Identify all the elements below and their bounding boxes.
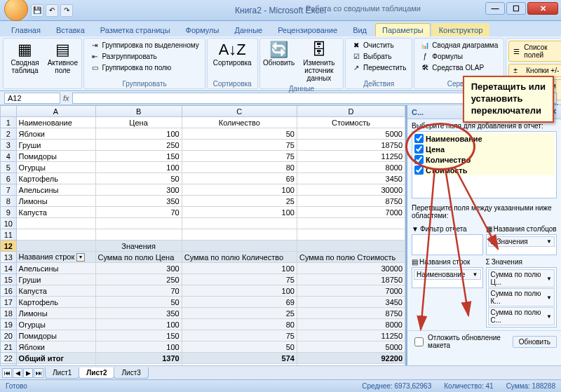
row-header[interactable]: 19 <box>1 319 17 330</box>
name-box[interactable]: A12 <box>4 93 60 104</box>
sheet-tab-1[interactable]: Лист1 <box>45 367 79 379</box>
fx-icon[interactable]: fx <box>63 94 69 102</box>
tab-design[interactable]: Конструктор <box>432 23 490 36</box>
pivot-field-item[interactable]: Наименование <box>414 133 555 144</box>
zone-columns-item[interactable]: Σ Значения▼ <box>488 236 555 247</box>
pivot-field-list[interactable]: НаименованиеЦенаКоличествоСтоимость <box>412 131 557 198</box>
field-checkbox[interactable] <box>414 144 424 154</box>
tab-home[interactable]: Главная <box>4 23 48 36</box>
row-header[interactable]: 9 <box>1 207 17 218</box>
active-field-button[interactable]: ▤Активное поле <box>46 40 79 76</box>
zone-values-item[interactable]: Сумма по полю С...▼ <box>488 307 555 325</box>
row-header[interactable]: 18 <box>1 308 17 319</box>
row-header[interactable]: 11 <box>1 229 17 241</box>
qat-save-icon[interactable]: 💾 <box>31 4 43 17</box>
window-close-button[interactable]: ✕ <box>527 2 558 15</box>
pivot-table-button[interactable]: ▦Сводная таблица <box>6 40 44 76</box>
col-header[interactable]: C <box>182 106 297 117</box>
olap-button[interactable]: 🛠Средства OLAP <box>417 62 501 73</box>
col-header[interactable]: A <box>16 106 95 117</box>
sheet-tab-2[interactable]: Лист2 <box>79 367 114 379</box>
defer-update-checkbox[interactable]: Отложить обновление макета <box>412 334 508 349</box>
row-header[interactable]: 16 <box>1 285 17 297</box>
move-icon: ↗ <box>351 64 361 72</box>
zone-rows[interactable]: Наименование▼ <box>412 267 483 288</box>
formulas-button[interactable]: ƒФормулы <box>417 51 501 62</box>
select-button[interactable]: ☑Выбрать <box>348 51 410 62</box>
tab-options[interactable]: Параметры <box>375 23 431 36</box>
group-field-button[interactable]: ▭Группировка по полю <box>86 62 202 73</box>
office-button[interactable] <box>4 0 28 21</box>
sheet-nav-prev-icon[interactable]: ◀ <box>13 368 22 378</box>
refresh-button[interactable]: 🔄Обновить <box>262 40 296 69</box>
refresh-icon: 🔄 <box>269 42 288 58</box>
row-header[interactable]: 3 <box>1 140 17 151</box>
sort-button[interactable]: A↓ZСортировка <box>210 40 255 69</box>
row-header[interactable]: 4 <box>1 151 17 162</box>
sheet-nav-last-icon[interactable]: ⏭ <box>34 368 43 378</box>
zone-filter[interactable] <box>412 234 483 255</box>
field-list-toggle[interactable]: ☰Список полей <box>508 41 561 62</box>
qat-redo-icon[interactable]: ↷ <box>60 4 73 17</box>
tab-formulas[interactable]: Формулы <box>179 23 227 36</box>
zone-values[interactable]: Сумма по полю Ц...▼Сумма по полю К...▼Су… <box>486 267 557 327</box>
chart-icon: 📊 <box>420 41 430 49</box>
group-label: Группировать <box>86 79 202 88</box>
pivot-field-item[interactable]: Стоимость <box>414 165 555 175</box>
window-maximize-button[interactable]: ☐ <box>506 2 526 15</box>
row-header[interactable]: 7 <box>1 184 17 196</box>
row-header[interactable]: 20 <box>1 330 17 342</box>
row-header[interactable]: 17 <box>1 297 17 308</box>
sheet-nav-next-icon[interactable]: ▶ <box>23 368 33 378</box>
row-header[interactable]: 10 <box>1 218 17 229</box>
row-header[interactable]: 8 <box>1 196 17 207</box>
window-minimize-button[interactable]: — <box>485 2 505 15</box>
row-header[interactable]: 13 <box>1 252 17 263</box>
clear-button[interactable]: ✖Очистить <box>348 40 410 50</box>
pivot-field-item[interactable]: Цена <box>414 144 555 154</box>
active-field-icon: ▤ <box>55 42 70 58</box>
window-title: Книга2 - Microsoft Excel <box>0 6 561 15</box>
pivot-field-list-pane: С... ▼ ✕ Выберите поля для добавления в … <box>407 105 561 365</box>
field-checkbox[interactable] <box>414 155 424 164</box>
group-field-icon: ▭ <box>90 64 100 72</box>
zone-columns-label: ▦Названия столбцов <box>486 225 557 233</box>
sheet-tab-3[interactable]: Лист3 <box>114 367 148 379</box>
row-header[interactable]: 5 <box>1 162 17 173</box>
row-header[interactable]: 2 <box>1 128 17 140</box>
zone-columns[interactable]: Σ Значения▼ <box>486 234 557 255</box>
row-header[interactable]: 14 <box>1 263 17 274</box>
col-header[interactable]: D <box>297 106 405 117</box>
row-labels-dropdown-icon[interactable]: ▾ <box>76 253 85 262</box>
row-header[interactable]: 6 <box>1 173 17 184</box>
row-header[interactable]: 15 <box>1 274 17 285</box>
row-header[interactable]: 21 <box>1 342 17 353</box>
row-header[interactable]: 22 <box>1 353 17 364</box>
pivot-field-item[interactable]: Количество <box>414 154 555 165</box>
col-header[interactable]: B <box>95 106 182 117</box>
move-button[interactable]: ↗Переместить <box>348 62 410 73</box>
tab-insert[interactable]: Вставка <box>49 23 92 36</box>
zone-values-item[interactable]: Сумма по полю Ц...▼ <box>488 269 555 288</box>
row-header[interactable]: 1 <box>1 117 17 128</box>
group-selection-button[interactable]: ⇥Группировка по выделенному <box>86 40 202 50</box>
tab-view[interactable]: Вид <box>346 23 374 36</box>
row-header[interactable]: 12 <box>1 241 17 252</box>
sheet-nav-first-icon[interactable]: ⏮ <box>2 368 12 378</box>
zone-values-item[interactable]: Сумма по полю К...▼ <box>488 288 555 306</box>
pivot-chart-button[interactable]: 📊Сводная диаграмма <box>417 40 501 50</box>
field-checkbox[interactable] <box>414 134 424 143</box>
tab-page-layout[interactable]: Разметка страницы <box>93 23 177 36</box>
zone-values-label: ΣЗначения <box>486 258 557 266</box>
zone-rows-item[interactable]: Наименование▼ <box>414 269 481 280</box>
tab-review[interactable]: Рецензирование <box>271 23 344 36</box>
worksheet-grid[interactable]: ABCD1НаименованиеЦенаКоличествоСтоимость… <box>0 105 407 365</box>
qat-undo-icon[interactable]: ↶ <box>46 4 58 17</box>
field-checkbox[interactable] <box>414 165 424 175</box>
ungroup-button[interactable]: ⇤Разгруппировать <box>86 51 202 62</box>
update-button[interactable]: Обновить <box>513 336 557 348</box>
row-header[interactable]: 23 <box>1 364 17 366</box>
tab-data[interactable]: Данные <box>227 23 269 36</box>
change-source-button[interactable]: 🗄Изменить источник данных <box>297 40 341 84</box>
columns-icon: ▦ <box>486 225 492 233</box>
